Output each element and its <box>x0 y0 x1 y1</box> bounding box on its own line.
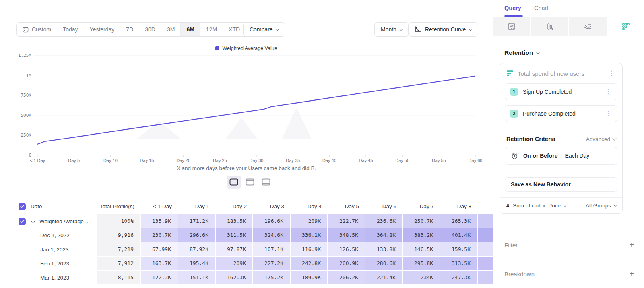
step-1-event[interactable]: 1 Sign Up Completed ⋮ <box>505 83 617 100</box>
active-tab-underline <box>504 15 523 17</box>
x-axis-label: Day 25 <box>213 158 227 163</box>
flows-icon <box>583 23 592 31</box>
chevron-down-icon <box>275 27 279 31</box>
split-view-toggle[interactable] <box>227 176 241 189</box>
retention-value-cell: 97.87K <box>216 242 253 257</box>
clipped-day9-cell <box>478 271 494 285</box>
retention-value-cell: 209K <box>216 257 253 271</box>
kebab-menu-icon[interactable]: ⋮ <box>607 70 617 77</box>
kebab-menu-icon[interactable]: ⋮ <box>603 110 613 117</box>
range-today[interactable]: Today <box>57 23 84 36</box>
all-groups-dropdown[interactable]: All Groups <box>586 203 617 209</box>
add-breakdown-button[interactable]: + <box>629 270 634 278</box>
column-header-label: Day 4 <box>308 203 322 209</box>
retention-curve-icon <box>415 26 422 33</box>
retention-value-cell: 348.5K <box>328 228 365 242</box>
y-axis-label: 1.25M <box>11 53 31 58</box>
save-as-new-behavior-button[interactable]: Save as New Behavior <box>505 177 617 192</box>
chart-top-view-toggle[interactable] <box>243 176 257 189</box>
expand-chevron-icon[interactable] <box>31 218 35 223</box>
table-bottom-view-toggle[interactable] <box>259 176 273 189</box>
retention-criteria-row: Retention Criteria Advanced <box>506 136 616 142</box>
chevron-down-icon <box>399 27 403 31</box>
report-type-funnels[interactable] <box>531 17 570 36</box>
date-range-segmented-control: CustomTodayYesterday7D30D3M6M12MXTD <box>16 22 252 37</box>
retention-value-cell: 67.99K <box>141 242 178 257</box>
x-axis-caption: X and more days before your Users came b… <box>0 165 493 171</box>
retention-value-cell: 151.1K <box>178 271 216 285</box>
add-filter-button[interactable]: + <box>629 241 634 249</box>
compare-button[interactable]: Compare <box>243 22 285 37</box>
range-3m[interactable]: 3M <box>161 23 181 36</box>
column-header: Day 8 <box>440 199 478 214</box>
table-bottom-view-icon <box>262 178 270 186</box>
retention-value-cell: 133.8K <box>365 242 403 257</box>
range-custom[interactable]: Custom <box>17 23 57 36</box>
granularity-label: Month <box>381 26 396 33</box>
behavior-header: Total spend of new users ⋮ <box>500 63 622 79</box>
column-header: < 1 Day <box>141 199 178 214</box>
chevron-down-icon <box>613 136 617 140</box>
retention-value-cell: 135.9K <box>141 214 178 228</box>
column-header-label: Day 1 <box>195 203 209 209</box>
range-12m[interactable]: 12M <box>200 23 223 36</box>
column-header: Day 1 <box>178 199 216 214</box>
report-type-flows[interactable] <box>569 17 607 36</box>
weighted-average-line[interactable] <box>37 76 475 144</box>
table-header-row: DateTotal Profile(s)< 1 DayDay 1Day 2Day… <box>0 199 493 214</box>
chart-type-button[interactable]: Retention Curve <box>408 22 478 37</box>
step-event-label: Sign Up Completed <box>523 89 599 95</box>
behavior-card: Total spend of new users ⋮ 1 Sign Up Com… <box>500 63 623 214</box>
table-row: Feb 1, 20237,912163.7K195.4K209K227.2K24… <box>0 257 493 271</box>
column-header: Day 4 <box>291 199 328 214</box>
clipped-day9-cell <box>478 228 494 242</box>
criteria-mode-dropdown[interactable]: Advanced <box>586 136 616 142</box>
legend-swatch <box>215 46 219 50</box>
x-axis-label: Day 5 <box>68 158 80 163</box>
clipped-day9-cell <box>478 214 494 228</box>
retention-value-cell: 87.92K <box>178 242 216 257</box>
retention-value-cell: 189.9K <box>291 271 328 285</box>
kebab-menu-icon[interactable]: ⋮ <box>603 89 613 95</box>
range-6m[interactable]: 6M <box>181 23 200 36</box>
range-yesterday[interactable]: Yesterday <box>84 23 121 36</box>
report-type-strip <box>493 17 644 36</box>
granularity-button[interactable]: Month <box>374 22 409 37</box>
column-header-spacer <box>478 199 494 214</box>
x-axis-label: Day 50 <box>395 158 409 163</box>
retention-line-chart[interactable]: 0250K500K750K1M1.25M< 1 DayDay 5Day 10Da… <box>0 51 493 164</box>
range-label: 7D <box>126 26 133 33</box>
check-icon <box>20 220 25 223</box>
retention-value-cell: 336.1K <box>291 228 328 242</box>
range-30d[interactable]: 30D <box>139 23 161 36</box>
numeric-property-icon: # <box>506 203 509 209</box>
column-header: Total Profile(s) <box>97 199 141 214</box>
range-label: 6M <box>186 26 194 33</box>
report-canvas: CustomTodayYesterday7D30D3M6M12MXTD Comp… <box>0 0 493 288</box>
table-row: Dec 1, 20229,916230.7K296.6K311.5K324.6K… <box>0 228 493 242</box>
chart-top-view-icon <box>246 178 254 186</box>
column-header-label: < 1 Day <box>153 203 172 209</box>
tab-query[interactable]: Query <box>504 5 521 11</box>
table-row: Jan 1, 20237,21967.99K87.92K97.87K107.1K… <box>0 242 493 257</box>
measure-property-dropdown[interactable]: Sum of cart ▸ Price <box>513 203 566 209</box>
watermark-triangle <box>137 121 181 139</box>
watermark-triangle <box>282 108 312 139</box>
report-type-insights[interactable] <box>493 17 531 36</box>
chart-type-label: Retention Curve <box>425 26 466 33</box>
retention-value-cell: 116.9K <box>291 242 328 257</box>
range-label: 12M <box>206 26 217 33</box>
retention-value-cell: 227.2K <box>253 257 291 271</box>
row-checkbox[interactable] <box>19 218 26 225</box>
row-label: Weighted Average ... <box>39 218 90 224</box>
select-all-checkbox[interactable] <box>19 203 26 210</box>
step-2-event[interactable]: 2 Purchase Completed ⋮ <box>505 105 617 122</box>
on-or-before-label: On or Before <box>523 153 558 159</box>
range-7d[interactable]: 7D <box>120 23 139 36</box>
retention-value-cell: 206.2K <box>328 271 365 285</box>
on-or-before-setting[interactable]: On or Before Each Day <box>505 147 617 165</box>
tab-chart[interactable]: Chart <box>534 5 548 11</box>
report-type-dropdown[interactable]: Retention <box>504 49 539 56</box>
report-type-retention[interactable] <box>607 17 644 36</box>
filter-section: Filter + <box>504 241 634 249</box>
